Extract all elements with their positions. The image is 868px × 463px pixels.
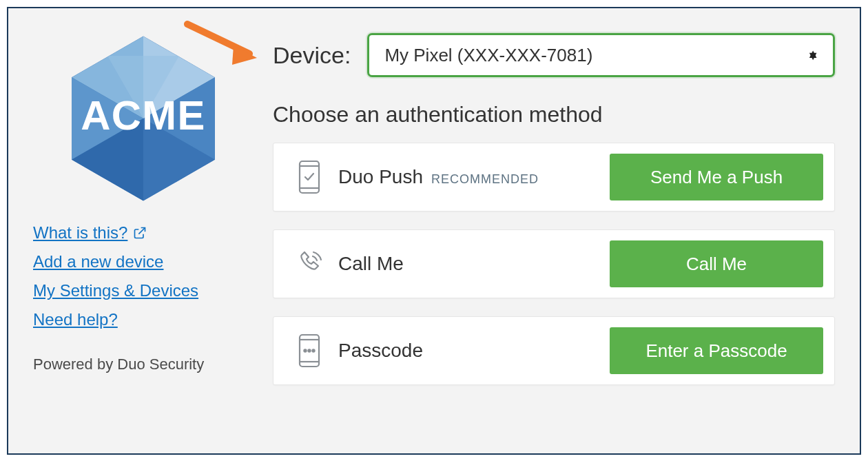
link-what-is-this[interactable]: What is this? bbox=[33, 223, 147, 243]
link-my-settings[interactable]: My Settings & Devices bbox=[33, 281, 198, 300]
link-need-help[interactable]: Need help? bbox=[33, 310, 118, 329]
logo-text: ACME bbox=[81, 92, 205, 138]
method-row-passcode: Passcode Enter a Passcode bbox=[273, 316, 835, 385]
external-link-icon bbox=[133, 226, 147, 240]
svg-point-15 bbox=[304, 349, 306, 351]
call-me-button[interactable]: Call Me bbox=[610, 240, 823, 287]
method-call-label: Call Me bbox=[338, 253, 404, 275]
help-links: What is this? Add a new device My Settin… bbox=[33, 223, 254, 339]
method-push-label: Duo Push bbox=[338, 166, 423, 188]
device-select[interactable]: My Pixel (XXX-XXX-7081) ▲▼ bbox=[367, 33, 835, 77]
method-row-call: Call Me Call Me bbox=[273, 229, 835, 298]
phone-call-icon bbox=[290, 248, 329, 280]
powered-by-text: Powered by Duo Security bbox=[33, 356, 254, 373]
device-selected-value: My Pixel (XXX-XXX-7081) bbox=[384, 45, 592, 66]
select-caret-icon: ▲▼ bbox=[807, 49, 819, 61]
method-passcode-label: Passcode bbox=[338, 340, 423, 362]
phone-check-icon bbox=[290, 159, 329, 195]
phone-passcode-icon bbox=[290, 333, 329, 369]
link-add-device[interactable]: Add a new device bbox=[33, 252, 163, 271]
device-row: Device: My Pixel (XXX-XXX-7081) ▲▼ bbox=[273, 33, 835, 77]
sidebar: ACME What is this? Add a new device My S… bbox=[33, 29, 254, 433]
svg-point-17 bbox=[312, 349, 314, 351]
recommended-badge: RECOMMENDED bbox=[431, 172, 539, 187]
send-push-button[interactable]: Send Me a Push bbox=[610, 154, 823, 200]
enter-passcode-button[interactable]: Enter a Passcode bbox=[610, 327, 823, 374]
acme-logo: ACME bbox=[54, 29, 233, 208]
choose-method-heading: Choose an authentication method bbox=[273, 102, 835, 127]
device-label: Device: bbox=[273, 42, 351, 69]
method-row-push: Duo Push RECOMMENDED Send Me a Push bbox=[273, 143, 835, 212]
svg-point-16 bbox=[308, 349, 310, 351]
auth-prompt-frame: ACME What is this? Add a new device My S… bbox=[7, 7, 861, 455]
main-panel: Device: My Pixel (XXX-XXX-7081) ▲▼ Choos… bbox=[254, 29, 835, 433]
